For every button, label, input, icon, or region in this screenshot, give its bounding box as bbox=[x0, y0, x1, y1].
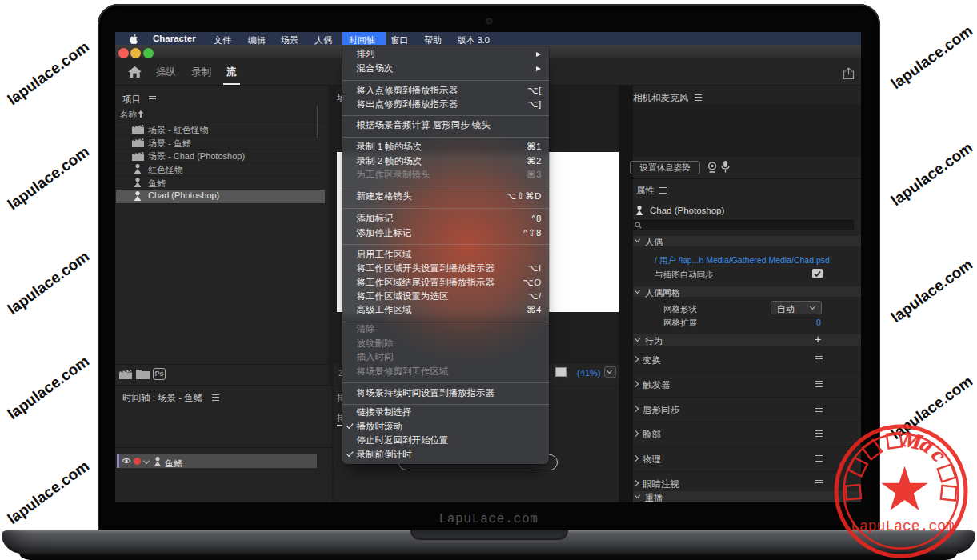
svg-text:LapuLace.com: LapuLace.com bbox=[851, 518, 955, 534]
